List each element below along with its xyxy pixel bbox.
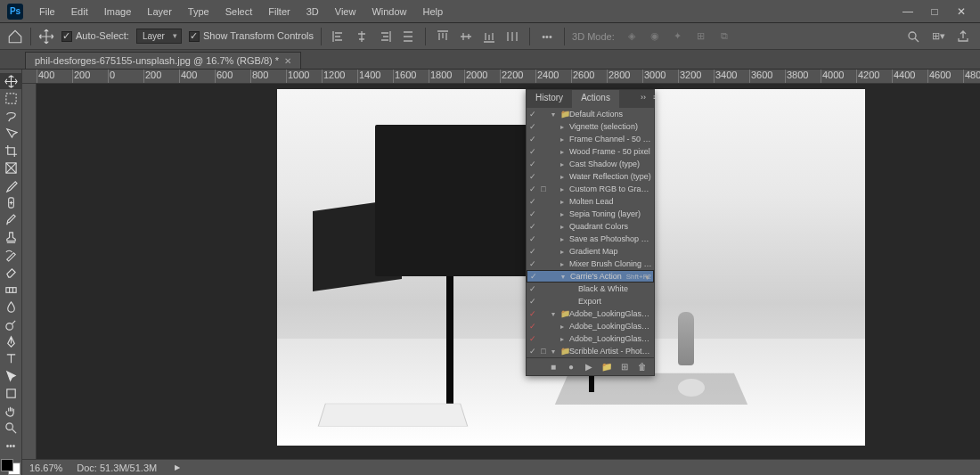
collapse-icon[interactable]: ›› — [637, 90, 649, 108]
action-row[interactable]: ✓▸Mixer Brush Cloning Paint … — [527, 258, 654, 270]
close-tab-icon[interactable]: ✕ — [284, 56, 291, 66]
tab-history[interactable]: History — [527, 90, 572, 108]
action-row[interactable]: ✓▾📁Adobe_LookingGlass_Acti… — [527, 307, 654, 320]
svg-rect-1 — [5, 94, 15, 103]
history-brush-tool[interactable] — [0, 247, 21, 263]
minimize-button[interactable]: — — [896, 4, 919, 20]
stop-icon[interactable]: ■ — [547, 362, 559, 372]
doc-size: Doc: 51.3M/51.3M — [77, 463, 157, 473]
play-icon[interactable]: ▶ — [583, 362, 595, 372]
options-bar: Auto-Select: Layer Show Transform Contro… — [0, 23, 980, 50]
action-row[interactable]: ✓Black & White — [527, 283, 654, 295]
menu-type[interactable]: Type — [181, 3, 216, 20]
action-row[interactable]: ✓▾📁Default Actions — [527, 108, 654, 120]
pen-tool[interactable] — [0, 333, 21, 349]
path-select-tool[interactable] — [0, 368, 21, 384]
crop-tool[interactable] — [0, 143, 21, 159]
action-row[interactable]: ✓▸Save as Photoshop PDF — [527, 233, 654, 245]
canvas[interactable] — [37, 84, 980, 459]
canvas-area: 4002000200400600800100012001400160018002… — [22, 70, 980, 475]
stamp-tool[interactable] — [0, 229, 21, 245]
auto-select-target[interactable]: Layer — [136, 29, 182, 44]
lasso-tool[interactable] — [0, 108, 21, 124]
blur-tool[interactable] — [0, 299, 21, 315]
toolbox: ••• — [0, 70, 22, 475]
menu-window[interactable]: Window — [364, 3, 413, 20]
gradient-tool[interactable] — [0, 282, 21, 298]
record-icon[interactable]: ● — [565, 362, 577, 372]
new-action-icon[interactable]: ⊞ — [618, 362, 631, 372]
action-row[interactable]: ✓▸Adobe_LookingGlass_Circl… — [527, 320, 654, 332]
menu-filter[interactable]: Filter — [261, 3, 297, 20]
hand-tool[interactable] — [0, 403, 21, 419]
more-icon[interactable]: ••• — [537, 27, 557, 46]
delete-icon[interactable]: 🗑 — [636, 362, 649, 372]
menu-help[interactable]: Help — [416, 3, 451, 20]
3d-icon-2: ◉ — [645, 27, 665, 46]
align-left-icon[interactable] — [329, 27, 348, 46]
distribute-v-icon[interactable] — [502, 27, 522, 46]
menu-file[interactable]: File — [32, 3, 62, 20]
panel-menu-icon[interactable]: ≡ — [649, 90, 661, 108]
close-button[interactable]: ✕ — [950, 4, 973, 20]
maximize-button[interactable]: □ — [923, 4, 946, 20]
dodge-tool[interactable] — [0, 316, 21, 332]
distribute-icon[interactable] — [398, 27, 418, 46]
action-row[interactable]: ✓Export — [527, 295, 654, 307]
eyedropper-tool[interactable] — [0, 177, 21, 193]
search-icon[interactable] — [903, 27, 923, 46]
quick-select-tool[interactable] — [0, 125, 21, 141]
action-row[interactable]: ✓▸Wood Frame - 50 pixel — [527, 145, 654, 158]
shape-tool[interactable] — [0, 386, 21, 402]
status-menu-icon[interactable]: ▶ — [175, 463, 180, 471]
home-icon[interactable] — [7, 29, 23, 45]
action-row[interactable]: ✓▸Frame Channel - 50 pixel — [527, 133, 654, 145]
brush-tool[interactable] — [0, 212, 21, 228]
align-top-icon[interactable] — [433, 27, 453, 46]
align-bottom-icon[interactable] — [479, 27, 499, 46]
move-tool[interactable] — [0, 73, 21, 89]
3d-icon-3: ✦ — [668, 27, 688, 46]
action-row[interactable]: ✓▾Carrie's ActionShft+F2 — [527, 270, 654, 283]
action-row[interactable]: ✓□▸Custom RGB to Grayscale — [527, 183, 654, 195]
healing-tool[interactable] — [0, 194, 21, 210]
action-row[interactable]: ✓▸Gradient Map — [527, 245, 654, 258]
action-row[interactable]: ✓▸Molten Lead — [527, 195, 654, 208]
frame-tool[interactable] — [0, 160, 21, 176]
svg-rect-4 — [5, 287, 15, 292]
workspace-icon[interactable]: ⊞▾ — [928, 27, 948, 46]
svg-point-0 — [909, 32, 916, 39]
menu-layer[interactable]: Layer — [140, 3, 179, 20]
action-row[interactable]: ✓▸Water Reflection (type) — [527, 170, 654, 183]
move-tool-icon — [38, 29, 54, 45]
edit-toolbar[interactable]: ••• — [0, 438, 21, 454]
zoom-level[interactable]: 16.67% — [29, 463, 62, 473]
align-middle-icon[interactable] — [456, 27, 476, 46]
menu-select[interactable]: Select — [218, 3, 260, 20]
action-row[interactable]: ✓▸Cast Shadow (type) — [527, 158, 654, 170]
align-right-icon[interactable] — [375, 27, 395, 46]
3d-icon-5: ⧉ — [715, 27, 734, 46]
zoom-tool[interactable] — [0, 421, 21, 437]
tab-actions[interactable]: Actions — [572, 90, 619, 108]
color-swatches[interactable] — [1, 459, 20, 475]
type-tool[interactable] — [0, 351, 21, 367]
action-row[interactable]: ✓□▾📁Scribble Artist - Photosho… — [527, 345, 654, 357]
menu-3d[interactable]: 3D — [299, 3, 326, 20]
menu-edit[interactable]: Edit — [64, 3, 95, 20]
new-set-icon[interactable]: 📁 — [600, 362, 613, 372]
action-row[interactable]: ✓▸Vignette (selection) — [527, 120, 654, 133]
marquee-tool[interactable] — [0, 90, 21, 106]
align-center-h-icon[interactable] — [352, 27, 372, 46]
menu-image[interactable]: Image — [97, 3, 139, 20]
menu-view[interactable]: View — [328, 3, 363, 20]
auto-select-checkbox[interactable]: Auto-Select: — [61, 30, 129, 42]
document-tab-bar: phil-desforges-675155-unsplash.jpg @ 16.… — [0, 50, 980, 70]
eraser-tool[interactable] — [0, 264, 21, 280]
action-row[interactable]: ✓▸Sepia Toning (layer) — [527, 208, 654, 220]
action-row[interactable]: ✓▸Quadrant Colors — [527, 220, 654, 233]
document-tab[interactable]: phil-desforges-675155-unsplash.jpg @ 16.… — [25, 52, 301, 69]
show-transform-checkbox[interactable]: Show Transform Controls — [189, 30, 314, 42]
action-row[interactable]: ✓▸Adobe_LookingGlass_Squ… — [527, 332, 654, 345]
share-icon[interactable] — [953, 27, 973, 46]
